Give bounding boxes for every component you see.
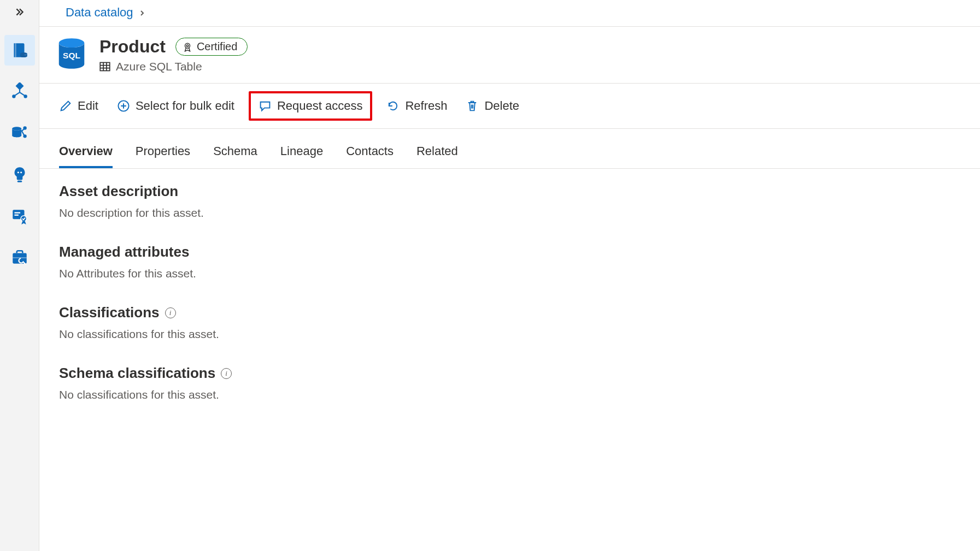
nav-insights[interactable] bbox=[4, 159, 35, 190]
comment-icon bbox=[259, 99, 272, 112]
tab-properties[interactable]: Properties bbox=[136, 141, 190, 168]
svg-rect-0 bbox=[15, 43, 16, 57]
asset-type-label: Azure SQL Table bbox=[116, 60, 202, 73]
asset-subtitle: Azure SQL Table bbox=[99, 60, 248, 73]
command-bar: Edit Select for bulk edit Request access bbox=[39, 84, 980, 129]
tab-overview[interactable]: Overview bbox=[59, 141, 113, 168]
svg-rect-8 bbox=[17, 181, 22, 182]
asset-header: SQL Product Certified bbox=[39, 27, 980, 84]
classifications-heading: Classifications bbox=[59, 304, 160, 321]
svg-rect-19 bbox=[100, 63, 110, 71]
edit-label: Edit bbox=[78, 99, 98, 113]
nav-data-map[interactable] bbox=[4, 76, 35, 107]
edit-button[interactable]: Edit bbox=[55, 96, 103, 116]
bulk-edit-label: Select for bulk edit bbox=[136, 99, 234, 113]
delete-label: Delete bbox=[484, 99, 519, 113]
edit-icon bbox=[59, 99, 72, 112]
classifications-body: No classifications for this asset. bbox=[59, 328, 960, 341]
asset-description-heading: Asset description bbox=[59, 183, 960, 200]
nav-policy[interactable] bbox=[4, 201, 35, 232]
overview-content: Asset description No description for thi… bbox=[39, 169, 980, 440]
breadcrumb-link-data-catalog[interactable]: Data catalog bbox=[66, 5, 133, 20]
ribbon-icon bbox=[183, 42, 192, 52]
sql-database-icon: SQL bbox=[55, 37, 89, 70]
lightbulb-icon bbox=[10, 165, 29, 184]
refresh-icon bbox=[386, 99, 400, 112]
svg-point-12 bbox=[21, 216, 27, 222]
section-managed-attributes: Managed attributes No Attributes for thi… bbox=[59, 244, 960, 280]
section-schema-classifications: Schema classifications i No classificati… bbox=[59, 365, 960, 401]
refresh-button[interactable]: Refresh bbox=[382, 96, 451, 116]
tab-schema[interactable]: Schema bbox=[213, 141, 257, 168]
request-access-highlight: Request access bbox=[249, 91, 373, 121]
breadcrumb: Data catalog bbox=[39, 0, 980, 27]
svg-text:SQL: SQL bbox=[63, 51, 80, 60]
main-panel: Data catalog SQL Product bbox=[39, 0, 980, 551]
tab-related[interactable]: Related bbox=[416, 141, 458, 168]
nav-data-share[interactable] bbox=[4, 118, 35, 149]
section-asset-description: Asset description No description for thi… bbox=[59, 183, 960, 220]
asset-title: Product bbox=[99, 37, 166, 57]
info-icon[interactable]: i bbox=[221, 368, 232, 379]
database-share-icon bbox=[10, 124, 29, 143]
schema-classifications-heading: Schema classifications bbox=[59, 365, 215, 382]
svg-point-9 bbox=[17, 171, 19, 173]
asset-description-body: No description for this asset. bbox=[59, 206, 960, 220]
tab-contacts[interactable]: Contacts bbox=[346, 141, 394, 168]
svg-point-5 bbox=[12, 127, 21, 130]
book-database-icon bbox=[10, 41, 29, 60]
request-access-label: Request access bbox=[277, 99, 363, 113]
asset-type-icon: SQL bbox=[55, 37, 89, 70]
info-icon[interactable]: i bbox=[165, 307, 176, 318]
toolbox-icon bbox=[10, 248, 29, 267]
circle-plus-icon bbox=[117, 99, 130, 112]
section-classifications: Classifications i No classifications for… bbox=[59, 304, 960, 341]
svg-point-10 bbox=[20, 171, 22, 173]
chevron-right-icon bbox=[139, 5, 145, 20]
bulk-edit-button[interactable]: Select for bulk edit bbox=[113, 96, 239, 116]
svg-point-1 bbox=[20, 52, 27, 55]
left-nav bbox=[0, 0, 39, 551]
request-access-button[interactable]: Request access bbox=[254, 96, 367, 116]
chevron-double-right-icon bbox=[15, 7, 25, 17]
svg-point-15 bbox=[59, 38, 85, 48]
refresh-label: Refresh bbox=[405, 99, 447, 113]
tab-lineage[interactable]: Lineage bbox=[280, 141, 323, 168]
nav-data-catalog[interactable] bbox=[4, 35, 35, 66]
delete-button[interactable]: Delete bbox=[461, 96, 524, 116]
certified-badge: Certified bbox=[175, 38, 248, 56]
nav-management[interactable] bbox=[4, 242, 35, 273]
svg-point-18 bbox=[186, 44, 189, 46]
svg-point-17 bbox=[185, 43, 190, 48]
diamond-nodes-icon bbox=[10, 82, 29, 101]
certified-label: Certified bbox=[197, 40, 237, 53]
certificate-icon bbox=[10, 207, 29, 226]
table-icon bbox=[99, 61, 110, 72]
managed-attributes-body: No Attributes for this asset. bbox=[59, 267, 960, 280]
trash-icon bbox=[466, 99, 479, 112]
schema-classifications-body: No classifications for this asset. bbox=[59, 388, 960, 401]
expand-nav-button[interactable] bbox=[0, 2, 39, 22]
detail-tabs: Overview Properties Schema Lineage Conta… bbox=[39, 129, 980, 169]
managed-attributes-heading: Managed attributes bbox=[59, 244, 960, 260]
